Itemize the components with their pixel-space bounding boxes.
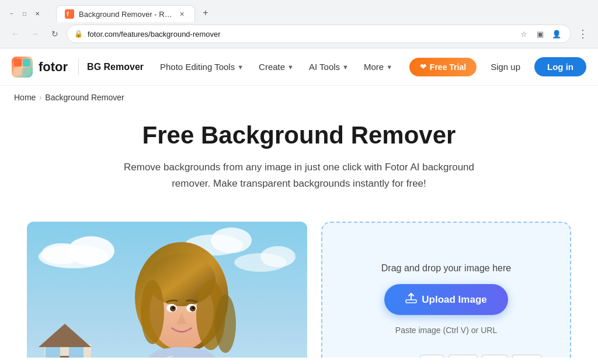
address-actions: ☆ ▣ 👤 [517,27,564,41]
hero-subtitle: Remove backgrounds from any image in jus… [124,159,474,191]
back-button[interactable]: ← [7,26,23,42]
nav-item-ai-tools[interactable]: AI Tools ▼ [302,57,356,76]
hero-title: Free Background Remover [14,121,584,150]
nav-photo-editing-label: Photo Editing Tools [160,62,235,72]
svg-point-11 [211,228,252,253]
person-image-svg [27,222,307,358]
format-jpeg: JPEG [448,355,477,358]
tab-favicon: f [65,9,74,19]
reload-button[interactable]: ↻ [47,26,63,42]
more-chevron-icon: ▼ [386,64,392,71]
svg-rect-3 [23,59,30,66]
svg-rect-19 [69,347,84,358]
format-jpg: JPG [420,355,444,358]
supported-formats: Supported formats: JPG JPEG PNG WebP [350,355,542,358]
profile-icon[interactable]: 👤 [550,27,564,41]
svg-point-13 [260,246,295,267]
breadcrumb-separator: › [39,93,41,102]
browser-menu-button[interactable]: ⋮ [575,26,591,42]
main-content: Drag and drop your image here Upload Ima… [13,222,585,358]
photo-editing-chevron-icon: ▼ [237,64,244,71]
svg-rect-4 [14,68,22,75]
address-text: fotor.com/features/background-remover [88,30,512,38]
formats-label: Supported formats: [350,356,415,358]
window-controls: − □ ✕ [7,9,42,18]
svg-rect-18 [46,347,60,358]
bookmark-icon[interactable]: ☆ [517,27,531,41]
breadcrumb-current: Background Remover [45,93,124,102]
drag-drop-text: Drag and drop your image here [381,263,511,274]
upload-icon [405,292,417,307]
brand-name: fotor [39,60,68,75]
upload-area[interactable]: Drag and drop your image here Upload Ima… [321,222,571,358]
close-button[interactable]: ✕ [33,9,42,18]
svg-rect-5 [23,68,30,75]
svg-rect-33 [406,300,416,303]
upload-image-button[interactable]: Upload Image [384,284,507,315]
format-png: PNG [482,355,507,358]
tab-title: Background Remover - Remov... [79,10,172,19]
url-link[interactable]: URL [481,326,497,335]
extension-icon[interactable]: ▣ [533,27,547,41]
brand-separator [78,59,79,75]
breadcrumb-home-link[interactable]: Home [14,93,36,102]
nav-ai-tools-label: AI Tools [309,62,340,72]
paste-text-row: Paste image (Ctrl V) or URL [395,326,497,335]
free-trial-button[interactable]: ❤ Free Trial [409,58,477,76]
login-button[interactable]: Log in [534,57,586,76]
heart-icon: ❤ [420,62,426,71]
nav-item-photo-editing[interactable]: Photo Editing Tools ▼ [153,57,251,76]
breadcrumb: Home › Background Remover [0,86,598,109]
sign-up-label: Sign up [491,62,520,72]
svg-point-25 [215,295,236,353]
svg-point-32 [192,307,194,309]
nav-item-create[interactable]: Create ▼ [252,57,301,76]
svg-point-9 [41,243,82,264]
create-chevron-icon: ▼ [287,64,294,71]
svg-text:f: f [67,10,69,18]
image-placeholder [27,222,307,358]
new-tab-button[interactable]: + [197,5,214,21]
browser-chrome: − □ ✕ f Background Remover - Remov... ✕ … [0,0,598,48]
fotor-logo-svg [14,59,30,75]
sign-up-button[interactable]: Sign up [482,57,529,76]
address-bar[interactable]: 🔒 fotor.com/features/background-remover … [67,24,571,43]
hero-section: Free Background Remover Remove backgroun… [0,109,598,222]
nav-items: Photo Editing Tools ▼ Create ▼ AI Tools … [153,57,399,76]
svg-point-26 [141,280,164,344]
active-tab[interactable]: f Background Remover - Remov... ✕ [56,5,195,22]
free-trial-label: Free Trial [430,62,466,72]
nav-item-more[interactable]: More ▼ [357,57,399,76]
svg-point-31 [172,307,175,309]
login-label: Log in [547,62,573,72]
title-bar: − □ ✕ f Background Remover - Remov... ✕ … [0,0,598,22]
product-name: BG Remover [87,62,144,72]
nav-actions: ❤ Free Trial Sign up Log in [409,57,586,76]
format-webp: WebP [512,355,541,358]
paste-instruction-text: Paste image (Ctrl V) or [395,326,478,335]
image-preview [27,222,307,358]
nav-more-label: More [364,62,384,72]
maximize-button[interactable]: □ [20,9,29,18]
upload-button-label: Upload Image [422,294,486,306]
svg-rect-2 [14,59,22,66]
page-content: fotor BG Remover Photo Editing Tools ▼ C… [0,48,598,358]
minimize-button[interactable]: − [7,9,16,18]
address-bar-row: ← → ↻ 🔒 fotor.com/features/background-re… [0,22,598,48]
forward-button[interactable]: → [27,26,43,42]
brand: fotor [12,57,68,78]
tabs-bar: f Background Remover - Remov... ✕ + [49,5,591,22]
navbar: fotor BG Remover Photo Editing Tools ▼ C… [0,48,598,86]
brand-logo [12,57,33,78]
lock-icon: 🔒 [74,30,83,38]
ai-tools-chevron-icon: ▼ [342,64,349,71]
nav-create-label: Create [259,62,285,72]
tab-close-icon[interactable]: ✕ [177,9,186,19]
